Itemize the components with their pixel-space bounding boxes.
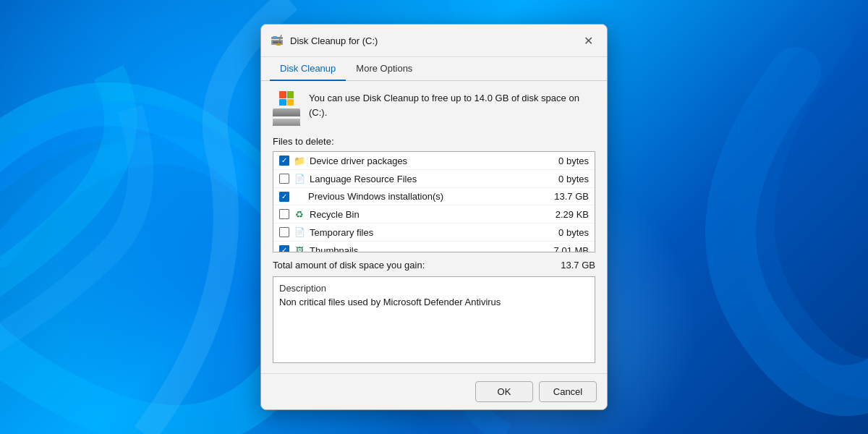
- tab-more-options[interactable]: More Options: [346, 57, 422, 81]
- tab-disk-cleanup[interactable]: Disk Cleanup: [270, 57, 346, 81]
- checkbox-language-resource[interactable]: [279, 174, 289, 184]
- checkbox-prev-windows[interactable]: [279, 192, 289, 202]
- ok-button[interactable]: OK: [475, 381, 533, 402]
- disk-cleanup-title-icon: [270, 33, 284, 48]
- recycle-bin-icon: ♻: [294, 208, 305, 220]
- table-row[interactable]: ♻ Recycle Bin 2.29 KB: [273, 205, 595, 224]
- folder-icon: 📁: [294, 155, 305, 166]
- total-value: 13.7 GB: [561, 260, 595, 271]
- thumbnails-icon: 🖼: [294, 244, 305, 252]
- tab-bar: Disk Cleanup More Options: [261, 57, 607, 81]
- cancel-button[interactable]: Cancel: [539, 381, 597, 402]
- file-size: 13.7 GB: [554, 191, 589, 202]
- table-row[interactable]: 🖼 Thumbnails 7.01 MB: [273, 242, 595, 252]
- title-bar: Disk Cleanup for (C:) ✕: [261, 25, 607, 57]
- file-name: Recycle Bin: [310, 209, 551, 220]
- total-label: Total amount of disk space you gain:: [273, 260, 425, 271]
- dialog-title: Disk Cleanup for (C:): [290, 35, 378, 46]
- dialog-body: You can use Disk Cleanup to free up to 1…: [261, 81, 607, 373]
- checkbox-temp-files[interactable]: [279, 227, 289, 237]
- close-button[interactable]: ✕: [578, 30, 598, 51]
- description-text: Non critical files used by Microsoft Def…: [279, 297, 589, 307]
- file-size: 7.01 MB: [554, 245, 589, 253]
- file-name: Temporary files: [310, 227, 554, 238]
- table-row[interactable]: 📄 Language Resource Files 0 bytes: [273, 170, 595, 188]
- file-name: Thumbnails: [310, 245, 550, 253]
- checkbox-thumbnails[interactable]: [279, 245, 289, 252]
- table-row[interactable]: 📄 Temporary files 0 bytes: [273, 224, 595, 242]
- file-name: Previous Windows installation(s): [308, 191, 550, 202]
- info-text: You can use Disk Cleanup to free up to 1…: [309, 91, 595, 119]
- checkbox-recycle-bin[interactable]: [279, 209, 289, 219]
- file-size: 2.29 KB: [556, 209, 589, 220]
- file-size: 0 bytes: [558, 156, 589, 166]
- files-to-delete-label: Files to delete:: [273, 136, 595, 147]
- dialog-footer: OK Cancel: [261, 373, 607, 409]
- file-name: Language Resource Files: [310, 174, 554, 184]
- doc-icon: 📄: [294, 173, 305, 184]
- file-name: Device driver packages: [310, 156, 554, 166]
- file-list[interactable]: 📁 Device driver packages 0 bytes 📄 Langu…: [273, 151, 595, 252]
- temp-files-icon: 📄: [294, 226, 305, 238]
- disk-icon: [273, 91, 300, 126]
- windows-icon: [294, 192, 304, 202]
- description-box: Description Non critical files used by M…: [273, 276, 595, 363]
- table-row[interactable]: 📁 Device driver packages 0 bytes: [273, 152, 595, 170]
- svg-rect-1: [273, 36, 277, 38]
- svg-rect-3: [273, 41, 281, 43]
- file-size: 0 bytes: [558, 227, 589, 238]
- checkbox-device-driver[interactable]: [279, 156, 289, 166]
- description-label: Description: [279, 283, 589, 294]
- title-bar-left: Disk Cleanup for (C:): [270, 33, 378, 48]
- disk-cleanup-dialog: Disk Cleanup for (C:) ✕ Disk Cleanup Mor…: [260, 24, 608, 410]
- info-row: You can use Disk Cleanup to free up to 1…: [273, 91, 595, 126]
- file-size: 0 bytes: [558, 174, 589, 184]
- total-row: Total amount of disk space you gain: 13.…: [273, 260, 595, 271]
- table-row[interactable]: Previous Windows installation(s) 13.7 GB: [273, 188, 595, 205]
- svg-marker-5: [276, 43, 281, 46]
